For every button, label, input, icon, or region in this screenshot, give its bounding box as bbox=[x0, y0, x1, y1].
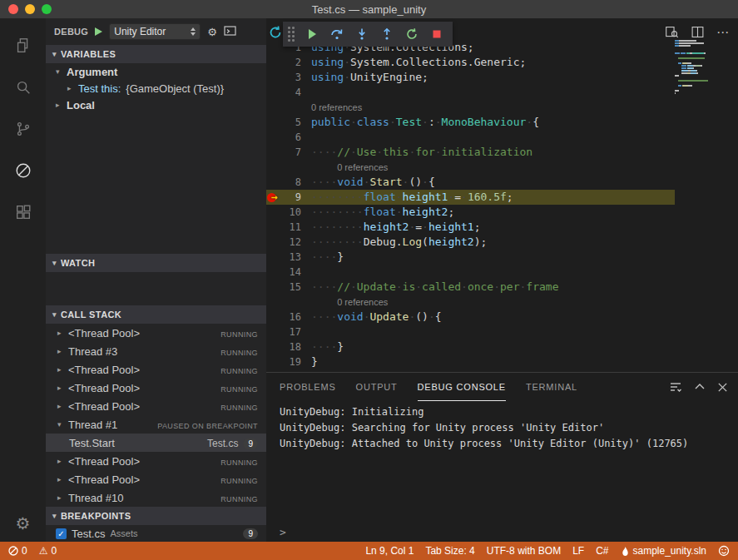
debug-sidebar-toolbar: DEBUG Unity Editor ⚙ bbox=[46, 18, 266, 45]
code-line: 6 bbox=[266, 130, 675, 145]
configure-gear-icon[interactable]: ⚙ bbox=[207, 26, 217, 38]
feedback-smiley-icon[interactable] bbox=[718, 545, 730, 557]
variable-row[interactable]: ▸Local bbox=[46, 97, 266, 113]
thread-name: Thread #10 bbox=[68, 492, 124, 504]
thread-row[interactable]: ▸Thread #3RUNNING bbox=[46, 342, 266, 360]
debug-toolbar bbox=[283, 22, 453, 47]
thread-row[interactable]: ▾Thread #1PAUSED ON BREAKPOINT bbox=[46, 415, 266, 434]
minimap[interactable] bbox=[675, 40, 733, 95]
debug-config-picker[interactable]: Unity Editor bbox=[109, 23, 201, 40]
thread-row[interactable]: ▸<Thread Pool>RUNNING bbox=[46, 470, 266, 488]
warnings-status[interactable]: ⚠ 0 bbox=[39, 545, 57, 557]
call-stack-header[interactable]: ▾ CALL STACK bbox=[46, 305, 266, 324]
console-line: UnityDebug: Initializing bbox=[280, 404, 725, 420]
line-number: 16 bbox=[278, 310, 301, 325]
chevron-down-icon: ▾ bbox=[52, 512, 57, 520]
twisty-icon[interactable]: ▸ bbox=[57, 329, 68, 337]
code-line: 8····void·Start·()·{ bbox=[266, 175, 675, 190]
step-out-button[interactable] bbox=[376, 23, 398, 45]
code-line: 17 bbox=[266, 325, 675, 339]
twisty-icon[interactable]: ▸ bbox=[57, 457, 68, 465]
output-filter-icon[interactable] bbox=[669, 380, 682, 397]
twisty-icon[interactable]: ▸ bbox=[57, 365, 68, 374]
twisty-icon[interactable]: ▾ bbox=[57, 420, 68, 429]
panel-tab-debug-console[interactable]: DEBUG CONSOLE bbox=[418, 374, 506, 401]
panel-tab-output[interactable]: OUTPUT bbox=[356, 374, 398, 401]
status-bar: 0 ⚠ 0 Ln 9, Col 1 Tab Size: 4 UTF-8 with… bbox=[0, 542, 738, 560]
drag-handle-icon[interactable] bbox=[288, 27, 295, 42]
twisty-icon[interactable]: ▸ bbox=[67, 84, 78, 92]
restart-button[interactable] bbox=[401, 23, 423, 45]
variable-row[interactable]: ▸Test this:{GameObject (Test)} bbox=[46, 80, 266, 97]
code-line: 11········height2·=·height1; bbox=[266, 220, 675, 235]
source-control-icon[interactable] bbox=[0, 108, 46, 150]
step-over-button[interactable] bbox=[326, 23, 348, 45]
line-number bbox=[278, 295, 301, 310]
line-number: 3 bbox=[278, 70, 301, 85]
search-icon[interactable] bbox=[0, 67, 46, 108]
split-editor-icon[interactable] bbox=[691, 25, 705, 42]
open-debug-console-icon[interactable] bbox=[224, 25, 236, 39]
thread-name: Thread #3 bbox=[68, 345, 117, 358]
settings-gear-icon[interactable]: ⚙ bbox=[16, 513, 31, 533]
minimize-window-button[interactable] bbox=[25, 4, 35, 14]
twisty-icon[interactable]: ▸ bbox=[56, 101, 67, 109]
thread-row[interactable]: ▸<Thread Pool>RUNNING bbox=[46, 379, 266, 397]
zoom-window-button[interactable] bbox=[42, 4, 52, 14]
panel-tab-problems[interactable]: PROBLEMS bbox=[280, 374, 336, 401]
breakpoint-row[interactable]: ✓Test.csAssets9 bbox=[46, 525, 266, 542]
close-panel-icon[interactable] bbox=[717, 381, 728, 396]
twisty-icon[interactable]: ▸ bbox=[57, 402, 68, 410]
open-preview-icon[interactable] bbox=[665, 25, 679, 42]
thread-row[interactable]: ▸<Thread Pool>RUNNING bbox=[46, 397, 266, 415]
bottom-panel: PROBLEMSOUTPUTDEBUG CONSOLETERMINAL Unit… bbox=[266, 372, 738, 542]
breakpoint-checkbox[interactable]: ✓ bbox=[56, 528, 67, 539]
codelens-references[interactable]: 0 references bbox=[337, 297, 388, 307]
project-selector[interactable]: sample_unity.sln bbox=[621, 545, 707, 557]
stack-frame-row[interactable]: Test.StartTest.cs9 bbox=[46, 434, 266, 452]
code-line: 18····} bbox=[266, 339, 675, 354]
encoding[interactable]: UTF-8 with BOM bbox=[487, 545, 561, 557]
step-into-button[interactable] bbox=[351, 23, 373, 45]
codelens-row: 0 references bbox=[266, 295, 675, 310]
codelens-references[interactable]: 0 references bbox=[337, 162, 388, 172]
chevron-down-icon: ▾ bbox=[52, 50, 57, 58]
breakpoints-header[interactable]: ▾ BREAKPOINTS bbox=[46, 507, 266, 525]
cursor-position[interactable]: Ln 9, Col 1 bbox=[365, 545, 414, 557]
explorer-icon[interactable] bbox=[0, 25, 46, 67]
debug-icon[interactable] bbox=[0, 150, 46, 191]
console-input-prompt[interactable]: > bbox=[280, 526, 286, 538]
more-actions-icon[interactable]: ⋯ bbox=[716, 25, 730, 42]
twisty-icon[interactable]: ▸ bbox=[57, 384, 68, 392]
twisty-icon[interactable]: ▸ bbox=[57, 347, 68, 355]
tab-size[interactable]: Tab Size: 4 bbox=[425, 545, 474, 557]
line-number: 18 bbox=[278, 339, 301, 354]
twisty-icon[interactable]: ▾ bbox=[56, 67, 67, 76]
eol[interactable]: LF bbox=[572, 545, 584, 557]
errors-status[interactable]: 0 bbox=[8, 545, 27, 557]
circular-arrow-icon[interactable] bbox=[268, 25, 283, 43]
start-debug-button[interactable] bbox=[95, 27, 102, 36]
language-mode[interactable]: C# bbox=[596, 545, 608, 557]
twisty-icon[interactable]: ▸ bbox=[57, 475, 68, 483]
continue-button[interactable] bbox=[301, 23, 323, 45]
thread-row[interactable]: ▸Thread #10RUNNING bbox=[46, 488, 266, 507]
thread-status: RUNNING bbox=[220, 458, 258, 467]
thread-row[interactable]: ▸<Thread Pool>RUNNING bbox=[46, 324, 266, 342]
watch-header[interactable]: ▾ WATCH bbox=[46, 254, 266, 272]
codelens-references[interactable]: 0 references bbox=[311, 102, 362, 112]
maximize-panel-icon[interactable] bbox=[694, 381, 706, 396]
stop-button[interactable] bbox=[426, 23, 448, 45]
variables-header[interactable]: ▾ VARIABLES bbox=[46, 45, 266, 63]
thread-row[interactable]: ▸<Thread Pool>RUNNING bbox=[46, 360, 266, 379]
editor-actions: ⋯ bbox=[665, 25, 730, 42]
thread-row[interactable]: ▸<Thread Pool>RUNNING bbox=[46, 452, 266, 470]
extensions-icon[interactable] bbox=[0, 191, 46, 233]
variable-row[interactable]: ▾Argument bbox=[46, 63, 266, 80]
line-number: 7 bbox=[278, 145, 301, 160]
twisty-icon[interactable]: ▸ bbox=[57, 493, 68, 502]
close-window-button[interactable] bbox=[8, 4, 18, 14]
panel-tab-terminal[interactable]: TERMINAL bbox=[526, 374, 577, 401]
thread-name: <Thread Pool> bbox=[68, 327, 140, 339]
code-editor[interactable]: ⋯ 1using·System.Collections;2using·Syste… bbox=[266, 18, 738, 372]
